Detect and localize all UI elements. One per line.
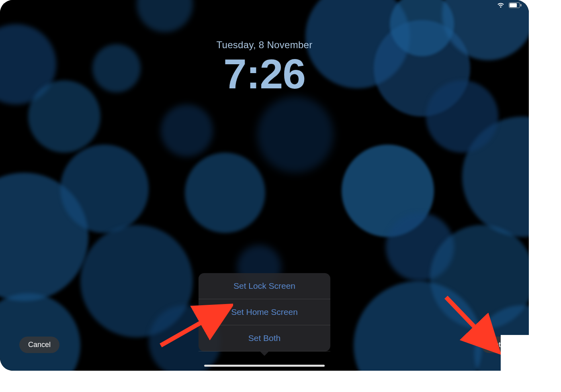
lock-datetime: Tuesday, 8 November 7:26 bbox=[0, 39, 529, 95]
svg-line-3 bbox=[161, 310, 223, 345]
cancel-button[interactable]: Cancel bbox=[19, 337, 59, 353]
annotation-arrow-right bbox=[438, 293, 506, 357]
stage: Tuesday, 8 November 7:26 Set Lock Screen… bbox=[0, 0, 561, 392]
annotation-arrow-left bbox=[153, 297, 233, 349]
lock-date: Tuesday, 8 November bbox=[0, 39, 529, 51]
svg-rect-1 bbox=[510, 3, 517, 7]
wifi-icon bbox=[497, 2, 505, 8]
status-bar bbox=[497, 2, 522, 8]
set-lock-screen-option[interactable]: Set Lock Screen bbox=[199, 273, 330, 299]
svg-rect-2 bbox=[520, 4, 522, 6]
svg-line-4 bbox=[446, 297, 492, 345]
home-indicator bbox=[204, 365, 325, 367]
battery-icon bbox=[509, 2, 522, 8]
popover-tail bbox=[259, 351, 270, 356]
watermark-block bbox=[501, 335, 561, 382]
lock-time: 7:26 bbox=[0, 53, 529, 95]
